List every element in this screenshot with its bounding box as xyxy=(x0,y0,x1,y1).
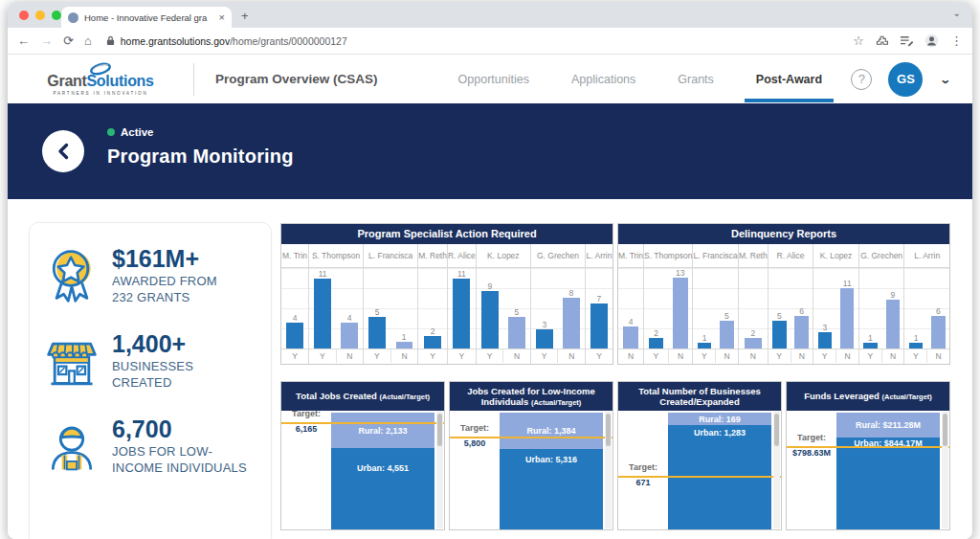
group-name-label: M. Reth xyxy=(418,244,447,268)
browser-tab[interactable]: Home - Innovative Federal gra × xyxy=(61,7,232,28)
scrollbar-thumb[interactable] xyxy=(437,414,442,446)
extensions-puzzle-icon[interactable] xyxy=(876,34,888,47)
rural-segment: Rural: 2,133 xyxy=(331,413,434,448)
forward-icon[interactable]: → xyxy=(40,34,53,48)
bar-slot: 4 xyxy=(618,268,643,348)
program-overview-label[interactable]: Program Overview (CSAS) xyxy=(215,72,378,86)
tab-applications[interactable]: Applications xyxy=(571,56,635,102)
bar[interactable] xyxy=(745,338,762,348)
bar[interactable] xyxy=(508,317,524,348)
stacked-bar[interactable]: Rural: 2,133Urban: 4,551 xyxy=(331,413,434,529)
bar[interactable] xyxy=(314,279,330,348)
stacked-bar[interactable]: Rural: 1,384Urban: 5,316 xyxy=(500,413,603,529)
bar-value-label: 8 xyxy=(569,289,574,298)
home-icon[interactable]: ⌂ xyxy=(84,34,92,48)
axis-label: N xyxy=(835,349,858,363)
group-name-label: L. Francisca xyxy=(693,244,738,268)
group-name-label: K. Lopez xyxy=(477,244,530,268)
target-value: 5,800 xyxy=(450,438,500,448)
scrollbar-thumb[interactable] xyxy=(606,414,611,446)
bar[interactable] xyxy=(794,316,808,348)
bar-slot: 13 xyxy=(668,268,692,348)
user-avatar[interactable]: GS xyxy=(888,62,923,97)
axis-label: N xyxy=(502,349,530,363)
chart-group: G. Grechen19YN xyxy=(859,244,905,364)
axis-label: N xyxy=(881,349,904,363)
address-bar[interactable]: home.grantsolutions.gov/home/grants/0000… xyxy=(106,35,843,47)
bar[interactable] xyxy=(623,326,638,348)
target-label: Target:$798.63M xyxy=(787,433,836,458)
bar[interactable] xyxy=(818,332,832,348)
bar[interactable] xyxy=(649,338,664,348)
minimize-window-button[interactable] xyxy=(35,11,45,20)
tab-opportunities[interactable]: Opportunities xyxy=(458,56,529,102)
stacked-bar[interactable]: Rural: 169Urban: 1,283 xyxy=(668,413,771,529)
chart-scrollbar[interactable] xyxy=(773,412,780,528)
chart-group: L. Arrin16YN xyxy=(904,244,949,364)
stat-value: 6,700 xyxy=(112,416,247,441)
axis-label: Y xyxy=(904,349,926,363)
back-icon[interactable]: ← xyxy=(17,34,30,48)
group-axis: N xyxy=(739,348,768,363)
bar[interactable] xyxy=(536,329,552,348)
rural-value-label: Rural: 169 xyxy=(699,415,741,424)
tab-close-icon[interactable]: × xyxy=(219,11,225,23)
group-name-label: R. Alice xyxy=(768,244,813,268)
bar[interactable] xyxy=(563,298,579,348)
bar[interactable] xyxy=(931,316,945,348)
bar[interactable] xyxy=(673,278,688,348)
target-label: Target:671 xyxy=(618,462,668,487)
bar[interactable] xyxy=(481,291,498,348)
bar[interactable] xyxy=(886,300,900,348)
bar[interactable] xyxy=(396,342,412,348)
close-window-button[interactable] xyxy=(19,11,29,20)
bar[interactable] xyxy=(453,279,470,348)
chart-group: S. Thompson213YN xyxy=(644,244,693,364)
group-bars: 38 xyxy=(531,268,585,348)
browser-menu-icon[interactable]: ⋮ xyxy=(950,34,963,48)
chart-scrollbar[interactable] xyxy=(436,412,443,528)
bar[interactable] xyxy=(424,336,441,348)
bookmark-star-icon[interactable]: ☆ xyxy=(853,34,864,48)
help-icon[interactable]: ? xyxy=(851,69,872,90)
bar[interactable] xyxy=(772,321,786,348)
bar[interactable] xyxy=(368,317,385,348)
bar[interactable] xyxy=(720,321,733,348)
bar[interactable] xyxy=(840,288,854,348)
bar-slot: 9 xyxy=(881,268,903,348)
zoom-window-button[interactable] xyxy=(52,11,61,20)
bar-slot: 7 xyxy=(586,268,612,348)
chart-body: Rural: 169Urban: 1,283Target:671 xyxy=(618,411,781,529)
grantsolutions-logo[interactable]: GrantSolutions PARTNERS IN INNOVATION xyxy=(29,62,172,96)
chart-title: Total Number of Businesses Created/Expan… xyxy=(618,382,781,411)
back-button[interactable] xyxy=(42,130,84,172)
bar-value-label: 1 xyxy=(402,333,407,342)
account-chevron-down-icon[interactable]: ⌄ xyxy=(939,72,951,85)
urban-value-label: Urban: 1,283 xyxy=(668,428,771,438)
stacked-bar[interactable]: Rural: $211.28MUrban: $844.17M xyxy=(836,413,940,529)
profile-avatar-icon[interactable] xyxy=(924,34,939,48)
notes-icon[interactable] xyxy=(900,35,913,47)
tab-grants[interactable]: Grants xyxy=(678,56,714,102)
bar[interactable] xyxy=(341,323,357,348)
tab-favicon xyxy=(68,12,78,23)
tab-post-award[interactable]: Post-Award xyxy=(756,56,822,102)
chart-group: L. Arrin7Y xyxy=(586,244,612,364)
chart-scrollbar[interactable] xyxy=(605,412,612,528)
bar-slot: 4 xyxy=(336,268,363,348)
stacked-chart-panel-4: Funds Leveraged (Actual/Target)Rural: $2… xyxy=(786,381,950,530)
target-word: Target: xyxy=(450,423,500,433)
bar[interactable] xyxy=(590,303,607,348)
bar[interactable] xyxy=(286,323,302,348)
bar-value-label: 9 xyxy=(890,291,895,300)
bar-slot: 5 xyxy=(364,268,390,348)
scrollbar-thumb[interactable] xyxy=(774,414,779,446)
group-bars: 311 xyxy=(813,268,858,348)
chart-scrollbar[interactable] xyxy=(942,412,948,528)
window-controls[interactable] xyxy=(19,11,61,20)
reload-icon[interactable]: ⟳ xyxy=(63,34,74,48)
scrollbar-thumb[interactable] xyxy=(943,414,947,446)
chart-title-text: Total Number of Businesses Created/Expan… xyxy=(624,386,775,408)
new-tab-button[interactable]: + xyxy=(241,9,249,23)
tabstrip-chevron-icon[interactable]: ⌄ xyxy=(953,8,961,18)
